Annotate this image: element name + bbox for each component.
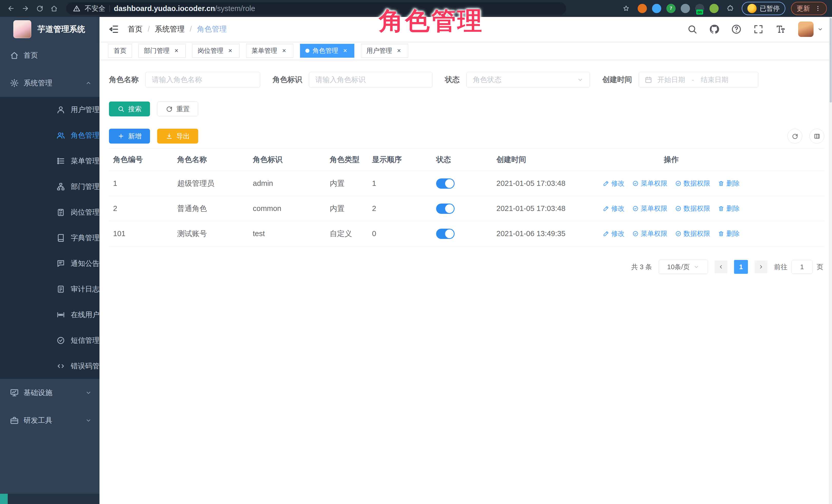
- action-data-permission[interactable]: 数据权限: [675, 204, 710, 213]
- help-button[interactable]: [731, 24, 742, 35]
- page-tab[interactable]: 角色管理: [300, 44, 354, 58]
- action-edit[interactable]: 修改: [603, 204, 625, 213]
- table-body: 1 超级管理员 admin 内置 1 2021-01-05 17:03:48 修…: [109, 171, 824, 246]
- role-key-input[interactable]: [309, 72, 433, 88]
- sidebar-item[interactable]: 字典管理: [0, 225, 100, 251]
- browser-home-button[interactable]: [48, 3, 60, 15]
- page-tab[interactable]: 首页: [108, 44, 132, 58]
- browser-forward-button[interactable]: [20, 3, 31, 15]
- action-data-permission[interactable]: 数据权限: [675, 179, 710, 188]
- sidebar-logo-row[interactable]: 芋道管理系统: [0, 17, 100, 42]
- browser-reload-button[interactable]: [34, 3, 46, 15]
- extension-icon[interactable]: [652, 4, 661, 13]
- sidebar-item[interactable]: 岗位管理: [0, 200, 100, 225]
- action-delete[interactable]: 删除: [718, 204, 740, 213]
- goto-page-input[interactable]: [791, 260, 812, 274]
- paused-label: 已暂停: [760, 4, 780, 13]
- next-page-button[interactable]: [755, 261, 768, 273]
- sidebar-item-icon: [56, 336, 65, 345]
- tab-label: 角色管理: [313, 46, 338, 55]
- sidebar-fold-button[interactable]: [108, 24, 119, 35]
- reset-button[interactable]: 重置: [157, 102, 198, 116]
- sidebar-item[interactable]: 菜单管理: [0, 148, 100, 174]
- role-name-input[interactable]: [146, 72, 260, 88]
- sidebar-item-label: 研发工具: [24, 416, 52, 425]
- goto-label: 前往: [774, 263, 787, 271]
- date-range-picker[interactable]: 开始日期 - 结束日期: [639, 72, 758, 88]
- github-icon[interactable]: [709, 24, 720, 35]
- action-delete[interactable]: 删除: [718, 179, 740, 188]
- column-settings-button[interactable]: [809, 129, 824, 143]
- page-tab[interactable]: 菜单管理: [246, 44, 293, 58]
- action-delete[interactable]: 删除: [718, 229, 740, 238]
- status-toggle[interactable]: [436, 229, 454, 239]
- page-tab[interactable]: 部门管理: [138, 44, 186, 58]
- action-data-permission[interactable]: 数据权限: [675, 229, 710, 238]
- tab-close-icon[interactable]: [395, 47, 403, 55]
- sidebar-item[interactable]: 角色管理: [0, 123, 100, 148]
- prev-page-button[interactable]: [714, 261, 727, 273]
- tab-close-icon[interactable]: [280, 47, 288, 55]
- font-size-button[interactable]: [775, 24, 786, 35]
- status-toggle[interactable]: [436, 204, 454, 214]
- action-edit[interactable]: 修改: [603, 179, 625, 188]
- navbar-right: [676, 22, 823, 37]
- breadcrumb-item[interactable]: 首页: [128, 24, 155, 34]
- tab-close-icon[interactable]: [341, 47, 349, 55]
- user-avatar[interactable]: [798, 22, 813, 37]
- sidebar-item[interactable]: 系统管理: [0, 69, 100, 97]
- sidebar-item-icon: [56, 105, 65, 114]
- sidebar-item[interactable]: 研发工具: [0, 406, 100, 434]
- search-button[interactable]: [687, 24, 698, 35]
- search-submit-button[interactable]: 搜索: [109, 102, 150, 116]
- sidebar-item[interactable]: 基础设施: [0, 379, 100, 406]
- extension-icon[interactable]: [709, 4, 719, 13]
- profile-paused-pill[interactable]: 已暂停: [742, 2, 785, 15]
- status-toggle[interactable]: [436, 179, 454, 189]
- breadcrumb-item[interactable]: 角色管理: [197, 24, 227, 34]
- total-count-label: 共 3 条: [631, 263, 652, 271]
- fullscreen-button[interactable]: [753, 24, 764, 35]
- browser-back-button[interactable]: [5, 3, 17, 15]
- sidebar-item[interactable]: 审计日志: [0, 276, 100, 302]
- sidebar-item[interactable]: 首页: [0, 42, 100, 69]
- action-menu-permission[interactable]: 菜单权限: [632, 179, 668, 188]
- sidebar-item[interactable]: 短信管理: [0, 328, 100, 353]
- action-edit[interactable]: 修改: [603, 229, 625, 238]
- page-size-select[interactable]: 10条/页: [659, 260, 708, 274]
- page-tab[interactable]: 用户管理: [361, 44, 408, 58]
- avatar-caret-icon[interactable]: [817, 26, 823, 32]
- sidebar-item-icon: [10, 416, 19, 425]
- refresh-table-button[interactable]: [787, 129, 802, 143]
- browser-update-button[interactable]: 更新: [791, 2, 827, 15]
- tab-close-icon[interactable]: [226, 47, 234, 55]
- sidebar-item[interactable]: 用户管理: [0, 97, 100, 123]
- extension-icon[interactable]: on: [695, 4, 704, 13]
- kebab-menu-icon[interactable]: [814, 5, 821, 12]
- extension-icon[interactable]: [638, 4, 647, 13]
- sidebar-item[interactable]: 部门管理: [0, 174, 100, 200]
- sidebar-item[interactable]: 在线用户: [0, 302, 100, 328]
- table-header-cell: 角色类型: [326, 155, 368, 165]
- page-scrollbar[interactable]: [829, 17, 832, 504]
- page-tab[interactable]: 岗位管理: [192, 44, 239, 58]
- export-button[interactable]: 导出: [157, 129, 198, 143]
- action-menu-permission[interactable]: 菜单权限: [632, 204, 668, 213]
- page-number-current[interactable]: 1: [734, 260, 748, 274]
- tab-close-icon[interactable]: [173, 47, 180, 55]
- extension-icon[interactable]: 7: [666, 4, 676, 13]
- add-button[interactable]: 新增: [109, 129, 150, 143]
- extension-icon[interactable]: [681, 4, 690, 13]
- search-actions-row: 搜索 重置: [109, 102, 824, 116]
- bookmark-star-button[interactable]: [620, 3, 632, 15]
- action-menu-permission[interactable]: 菜单权限: [632, 229, 668, 238]
- extensions-puzzle-button[interactable]: [724, 3, 736, 15]
- status-select[interactable]: 角色状态: [466, 72, 590, 88]
- scrollbar-thumb[interactable]: [830, 18, 832, 103]
- sidebar-item[interactable]: 错误码管理: [0, 353, 100, 379]
- sidebar-item-label: 短信管理: [71, 336, 100, 345]
- address-bar[interactable]: 不安全 dashboard.yudao.iocoder.cn/system/ro…: [66, 2, 566, 15]
- breadcrumb-item[interactable]: 系统管理: [155, 24, 197, 34]
- sidebar-item[interactable]: 通知公告: [0, 251, 100, 276]
- status-corner-badge: [0, 494, 8, 504]
